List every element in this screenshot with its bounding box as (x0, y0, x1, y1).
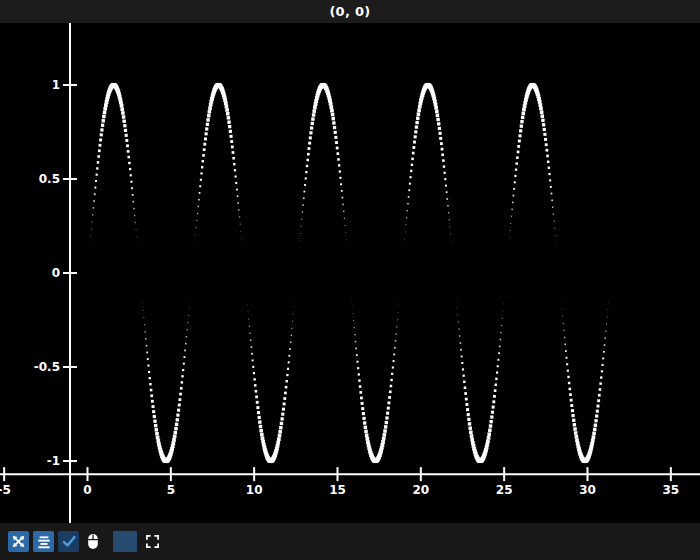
mouse-indicator[interactable] (83, 531, 102, 552)
mouse-icon (85, 533, 101, 550)
y-tick-label: -1 (47, 454, 60, 468)
x-tick-label: 35 (662, 483, 679, 497)
plot-window: (0, 0) -50510152025303510.50-0.5-1 (0, 0, 700, 560)
fullscreen-button[interactable] (143, 531, 162, 552)
x-tick-label: 20 (412, 483, 429, 497)
plot-title: (0, 0) (329, 4, 370, 19)
plot-canvas[interactable]: -50510152025303510.50-0.5-1 (0, 23, 700, 523)
titlebar: (0, 0) (0, 0, 700, 23)
align-center-button[interactable] (33, 531, 54, 552)
y-tick-label: 0 (52, 266, 60, 280)
color-swatch[interactable] (113, 531, 137, 552)
y-tick-label: 0.5 (39, 172, 60, 186)
fullscreen-icon (145, 534, 160, 549)
move-arrows-icon (11, 534, 26, 549)
check-icon (61, 534, 76, 549)
x-tick-label: 15 (329, 483, 346, 497)
checkbox-button[interactable] (58, 531, 79, 552)
plot-toolbar (0, 523, 700, 560)
x-tick-label: 30 (579, 483, 596, 497)
x-tick-label: -5 (0, 483, 11, 497)
pan-button[interactable] (8, 531, 29, 552)
x-tick-label: 5 (167, 483, 175, 497)
plot-svg[interactable]: -50510152025303510.50-0.5-1 (0, 23, 700, 523)
y-tick-label: -0.5 (34, 360, 60, 374)
x-tick-label: 0 (83, 483, 91, 497)
axes: -50510152025303510.50-0.5-1 (0, 23, 700, 523)
x-tick-label: 25 (496, 483, 513, 497)
x-tick-label: 10 (246, 483, 263, 497)
y-tick-label: 1 (52, 78, 60, 92)
align-center-icon (37, 535, 51, 549)
scatter-points (89, 83, 609, 463)
